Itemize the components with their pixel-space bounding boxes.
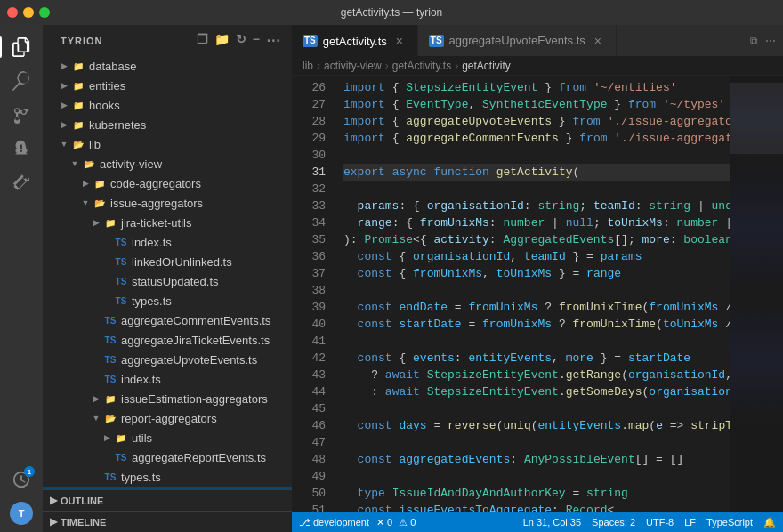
tree-file-statusUpdated[interactable]: ▶ TS statusUpdated.ts [43, 271, 292, 291]
status-language[interactable]: TypeScript [706, 517, 753, 528]
tree-label: lib [89, 138, 101, 151]
tab-close-icon[interactable]: × [392, 34, 407, 48]
status-errors[interactable]: ✕ 0 ⚠ 0 [376, 517, 416, 528]
source-control-activity-icon[interactable] [6, 100, 36, 130]
editor-area: TS getActivity.ts × TS aggregateUpvoteEv… [292, 25, 783, 532]
tree-file-types-2[interactable]: ▶ TS types.ts [43, 467, 292, 487]
status-bar: ⎇ development ✕ 0 ⚠ 0 Ln 31, Col 35 Spac… [292, 512, 783, 532]
close-button[interactable] [7, 7, 18, 18]
status-encoding[interactable]: UTF-8 [646, 517, 674, 528]
branch-icon: ⎇ [299, 517, 311, 528]
avatar[interactable]: T [10, 502, 33, 525]
breadcrumb-activity-view[interactable]: activity-view [324, 60, 382, 72]
line-numbers: 2627282930 31 32333435363738394041424344… [292, 76, 336, 512]
refresh-icon[interactable]: ↻ [236, 32, 247, 49]
run-debug-activity-icon[interactable] [6, 133, 36, 164]
tree-folder-issue-aggregators[interactable]: ▼ 📂 issue-aggregators [43, 193, 292, 213]
more-actions-icon[interactable]: ⋯ [266, 32, 281, 49]
breadcrumb-sep: › [455, 60, 458, 72]
tree-folder-kubernetes[interactable]: ▶ 📁 kubernetes [43, 115, 292, 134]
tree-folder-jira-ticket-utils[interactable]: ▶ 📁 jira-ticket-utils [43, 213, 292, 232]
status-branch[interactable]: ⎇ development [299, 517, 369, 528]
tab-aggregateUpvoteEvents[interactable]: TS aggregateUpvoteEvents.ts × [418, 25, 617, 56]
tree-folder-report-aggregators[interactable]: ▼ 📂 report-aggregators [43, 408, 292, 428]
title-bar: getActivity.ts — tyrion [0, 0, 783, 25]
tree-folder-entities[interactable]: ▶ 📁 entities [43, 76, 292, 95]
tab-close-icon[interactable]: × [591, 34, 605, 48]
ts-file-icon: TS [114, 235, 128, 249]
editor-content: 2627282930 31 32333435363738394041424344… [292, 76, 783, 512]
search-activity-icon[interactable] [6, 66, 36, 96]
new-file-icon[interactable]: ❐ [197, 32, 209, 49]
folder-icon: 📁 [114, 431, 128, 445]
tree-label: aggregateJiraTicketEvents.ts [121, 334, 270, 347]
tree-file-aggregateUpvoteEvents[interactable]: ▶ TS aggregateUpvoteEvents.ts [43, 350, 292, 369]
minimize-button[interactable] [23, 7, 34, 18]
timeline-label: TIMELINE [61, 517, 106, 528]
bell-icon: 🔔 [763, 517, 776, 528]
folder-icon: 📁 [71, 117, 85, 132]
tree-file-types-1[interactable]: ▶ TS types.ts [43, 291, 292, 310]
position-text: Ln 31, Col 35 [523, 517, 581, 528]
tree-label: index.ts [132, 236, 172, 249]
tree-folder-utils[interactable]: ▶ 📁 utils [43, 428, 292, 447]
status-line-ending[interactable]: LF [684, 517, 696, 528]
arrow-icon: ▶ [57, 98, 71, 112]
tree-file-index-ts-1[interactable]: ▶ TS index.ts [43, 232, 292, 252]
tree-label: kubernetes [89, 118, 146, 132]
arrow-icon: ▶ [89, 391, 103, 406]
tree-folder-lib[interactable]: ▼ 📂 lib [43, 134, 292, 154]
ts-file-icon: TS [114, 294, 128, 308]
code-editor[interactable]: import { StepsizeEntityEvent } from '~/e… [336, 76, 730, 512]
breadcrumb-file[interactable]: getActivity.ts [392, 60, 451, 72]
breadcrumb-lib[interactable]: lib [303, 60, 313, 72]
branch-name: development [313, 517, 369, 528]
ts-file-icon: TS [114, 450, 128, 464]
remote-icon[interactable]: 1 [6, 464, 36, 495]
timeline-panel[interactable]: ▶ TIMELINE [43, 511, 292, 532]
status-position[interactable]: Ln 31, Col 35 [523, 517, 581, 528]
folder-icon-open: 📂 [103, 411, 117, 425]
tree-folder-hooks[interactable]: ▶ 📁 hooks [43, 95, 292, 115]
status-notifications[interactable]: 🔔 [763, 517, 776, 528]
ts-file-icon: TS [103, 333, 117, 347]
status-spaces[interactable]: Spaces: 2 [592, 517, 635, 528]
tree-file-linkedOrUnlinked[interactable]: ▶ TS linkedOrUnlinked.ts [43, 252, 292, 271]
tree-folder-issueEstimation[interactable]: ▶ 📁 issueEstimation-aggregators [43, 389, 292, 408]
main-layout: 1 T TYRION ❐ 📁 ↻ − ⋯ ▶ 📁 database [0, 25, 783, 532]
breadcrumb-sep: › [317, 60, 320, 72]
tree-label: aggregateCommentEvents.ts [121, 314, 270, 327]
tree-folder-activity-view[interactable]: ▼ 📂 activity-view [43, 154, 292, 173]
ts-file-icon: TS [103, 313, 117, 327]
outline-panel[interactable]: ▶ OUTLINE [43, 489, 292, 511]
new-folder-icon[interactable]: 📁 [214, 32, 230, 49]
folder-icon: 📁 [71, 98, 85, 112]
sidebar-actions: ❐ 📁 ↻ − ⋯ [197, 32, 281, 49]
tree-label: aggregateUpvoteEvents.ts [121, 353, 257, 367]
breadcrumb-symbol[interactable]: getActivity [462, 60, 511, 72]
split-editor-icon[interactable]: ⧉ [750, 35, 758, 47]
tree-file-index-ts-2[interactable]: ▶ TS index.ts [43, 369, 292, 389]
tree-folder-code-aggregators[interactable]: ▶ 📁 code-aggregators [43, 173, 292, 193]
minimap-slider[interactable] [730, 83, 783, 154]
tree-label: entities [89, 79, 125, 93]
tree-file-aggregateReportEvents[interactable]: ▶ TS aggregateReportEvents.ts [43, 447, 292, 467]
tab-lang-icon: TS [303, 35, 318, 47]
folder-icon-open: 📂 [71, 137, 85, 151]
tree-label: report-aggregators [121, 412, 217, 425]
tree-file-aggregateCommentEvents[interactable]: ▶ TS aggregateCommentEvents.ts [43, 310, 292, 330]
collapse-all-icon[interactable]: − [253, 32, 261, 49]
maximize-button[interactable] [39, 7, 50, 18]
tree-label: utils [132, 431, 152, 445]
more-tabs-icon[interactable]: ⋯ [765, 35, 776, 47]
explorer-activity-icon[interactable] [6, 32, 36, 62]
extensions-activity-icon[interactable] [6, 167, 36, 197]
folder-icon: 📁 [71, 59, 85, 73]
tab-getActivity[interactable]: TS getActivity.ts × [292, 25, 418, 56]
tree-folder-database[interactable]: ▶ 📁 database [43, 56, 292, 76]
outline-label: OUTLINE [61, 496, 103, 506]
tree-file-aggregateJiraTicketEvents[interactable]: ▶ TS aggregateJiraTicketEvents.ts [43, 330, 292, 350]
arrow-icon: ▶ [78, 176, 93, 190]
minimap [730, 76, 783, 512]
window-title: getActivity.ts — tyrion [341, 6, 442, 19]
